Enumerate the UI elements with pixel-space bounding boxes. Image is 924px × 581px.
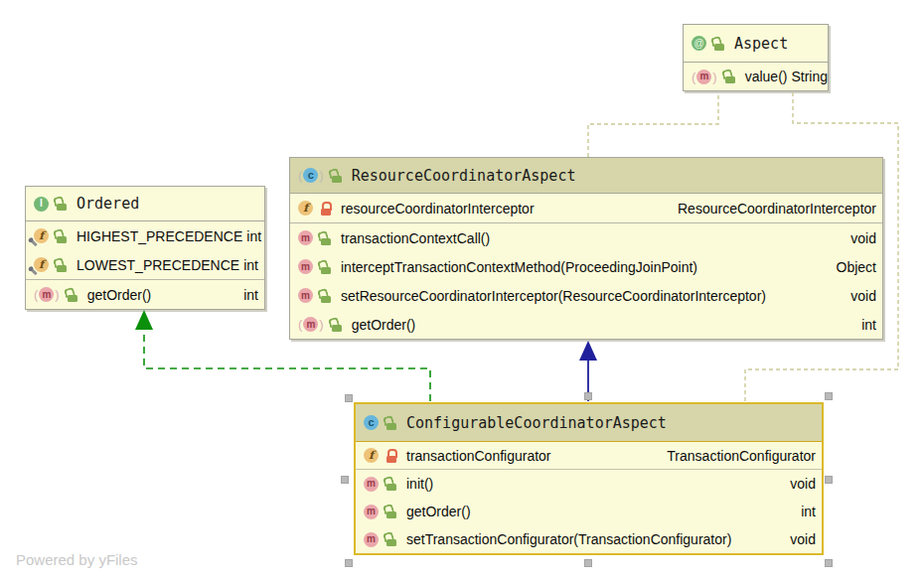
- method-icon: [364, 505, 379, 519]
- method-icon: [298, 288, 313, 303]
- private-lock-icon: [320, 202, 332, 216]
- annotation-dependency-edge-rca-aspect[interactable]: [588, 92, 718, 157]
- selection-handle[interactable]: [345, 559, 353, 567]
- public-lock-icon: [56, 258, 68, 272]
- method-icon: [696, 70, 711, 84]
- field-icon: [364, 448, 379, 463]
- public-lock-icon: [320, 260, 332, 274]
- member-row[interactable]: getOrder() int: [356, 498, 822, 525]
- member-type: int: [797, 504, 816, 519]
- member-row[interactable]: value() String: [684, 63, 828, 90]
- annotation-icon: [692, 36, 706, 51]
- class-header: Ordered: [26, 187, 264, 221]
- member-type: int: [239, 287, 258, 303]
- member-name: getOrder(): [406, 504, 471, 519]
- member-row[interactable]: transactionConfigurator TransactionConfi…: [356, 442, 822, 469]
- member-type: void: [786, 476, 816, 492]
- selection-handle[interactable]: [345, 394, 353, 402]
- class-node-configurable-coordinator-aspect[interactable]: ConfigurableCoordinatorAspect transactio…: [354, 402, 824, 555]
- generalization-arrowhead: [579, 341, 597, 361]
- member-type: int: [239, 257, 258, 273]
- member-type: void: [847, 288, 876, 304]
- member-row[interactable]: interceptTransactionContextMethod(Procee…: [290, 252, 882, 281]
- member-row[interactable]: resourceCoordinatorInterceptor ResourceC…: [290, 194, 882, 222]
- member-name: setResourceCoordinatorInterceptor(Resour…: [341, 288, 766, 304]
- selection-handle[interactable]: [584, 559, 592, 567]
- class-name: Ordered: [77, 195, 139, 213]
- class-header: Aspect: [684, 25, 828, 63]
- realization-arrowhead: [135, 310, 153, 330]
- method-icon: [303, 317, 318, 332]
- class-node-ordered[interactable]: Ordered HIGHEST_PRECEDENCE int LOWEST_PR…: [25, 186, 265, 310]
- public-lock-icon: [320, 289, 332, 303]
- realization-edge-cca-ordered[interactable]: [144, 330, 430, 401]
- member-name: setTransactionConfigurator(TransactionCo…: [406, 531, 731, 547]
- member-name: resourceCoordinatorInterceptor: [341, 201, 535, 217]
- class-name: Aspect: [734, 35, 788, 53]
- class-name: ConfigurableCoordinatorAspect: [406, 414, 667, 432]
- member-row[interactable]: getOrder() int: [26, 280, 264, 309]
- field-icon: [34, 257, 49, 272]
- class-icon: [364, 415, 379, 430]
- member-row[interactable]: HIGHEST_PRECEDENCE int: [26, 221, 264, 250]
- member-type: void: [847, 230, 876, 246]
- member-name: getOrder(): [352, 317, 416, 333]
- selection-handle[interactable]: [825, 476, 833, 484]
- public-lock-icon: [724, 70, 736, 83]
- method-icon: [298, 230, 313, 245]
- member-type: int: [857, 317, 876, 333]
- method-icon: [364, 532, 379, 547]
- member-row[interactable]: setTransactionConfigurator(TransactionCo…: [356, 525, 822, 553]
- method-icon: [298, 259, 313, 274]
- selection-handle[interactable]: [825, 559, 833, 567]
- public-lock-icon: [385, 416, 397, 430]
- method-icon: [39, 287, 54, 302]
- public-lock-icon: [385, 532, 397, 546]
- class-icon: [303, 168, 318, 183]
- selection-handle[interactable]: [584, 392, 592, 400]
- diagram-canvas[interactable]: Aspect value() String Ordered HIGHEST_PR…: [0, 0, 924, 581]
- public-lock-icon: [56, 197, 68, 211]
- public-lock-icon: [331, 169, 343, 183]
- selection-handle[interactable]: [341, 476, 349, 484]
- interface-icon: [34, 197, 49, 212]
- member-type: TransactionConfigurator: [663, 448, 816, 464]
- member-name: transactionContextCall(): [341, 230, 490, 246]
- class-node-aspect[interactable]: Aspect value() String: [683, 24, 829, 91]
- member-name: getOrder(): [87, 287, 152, 303]
- field-icon: [298, 201, 313, 216]
- private-lock-icon: [385, 449, 397, 463]
- field-icon: [34, 228, 49, 243]
- class-node-resource-coordinator-aspect[interactable]: ResourceCoordinatorAspect resourceCoordi…: [289, 157, 883, 340]
- member-row[interactable]: LOWEST_PRECEDENCE int: [26, 250, 264, 279]
- member-row[interactable]: init() void: [356, 470, 822, 498]
- class-name: ResourceCoordinatorAspect: [352, 167, 576, 185]
- class-header: ResourceCoordinatorAspect: [290, 158, 882, 194]
- selection-handle[interactable]: [825, 392, 833, 400]
- method-icon: [364, 477, 379, 492]
- member-name: interceptTransactionContextMethod(Procee…: [341, 259, 697, 275]
- member-type: void: [786, 531, 816, 547]
- member-name: LOWEST_PRECEDENCE: [77, 257, 239, 273]
- class-header: ConfigurableCoordinatorAspect: [356, 404, 822, 442]
- member-name: value(): [745, 69, 788, 84]
- public-lock-icon: [320, 231, 332, 245]
- member-name: HIGHEST_PRECEDENCE: [77, 228, 242, 244]
- public-lock-icon: [385, 477, 397, 491]
- member-type: String: [787, 69, 828, 84]
- public-lock-icon: [56, 229, 68, 243]
- member-type: Object: [833, 259, 876, 275]
- public-lock-icon: [331, 318, 343, 332]
- public-lock-icon: [67, 288, 78, 302]
- public-lock-icon: [385, 505, 397, 518]
- member-row[interactable]: getOrder() int: [290, 310, 882, 339]
- member-row[interactable]: transactionContextCall() void: [290, 223, 882, 252]
- public-lock-icon: [713, 37, 725, 51]
- member-row[interactable]: setResourceCoordinatorInterceptor(Resour…: [290, 281, 882, 310]
- yfiles-watermark: Powered by yFiles: [16, 551, 138, 568]
- member-type: ResourceCoordinatorInterceptor: [674, 201, 876, 217]
- member-name: init(): [406, 476, 433, 492]
- member-name: transactionConfigurator: [406, 448, 551, 464]
- member-type: int: [242, 228, 261, 244]
